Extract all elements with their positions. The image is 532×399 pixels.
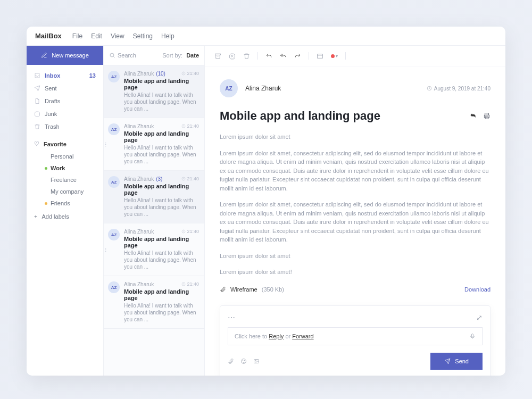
svg-rect-6 — [215, 54, 221, 55]
message-pane: ▾ AZ Alina Zharuk August 9, 2019 at 21:4… — [205, 46, 505, 376]
menubar: MailBox File Edit View Setting Help — [27, 27, 505, 46]
svg-point-14 — [243, 360, 243, 361]
favorite-heading[interactable]: ♡ Favorite — [27, 137, 103, 151]
move-icon[interactable] — [317, 53, 323, 60]
avatar: AZ — [108, 229, 120, 240]
reply-input[interactable]: Click here to Reply or Forward — [228, 327, 483, 345]
spam-icon[interactable] — [229, 53, 236, 60]
color-dot — [45, 202, 47, 205]
expand-icon[interactable]: ⤢ — [476, 313, 483, 322]
reply-all-icon[interactable] — [280, 53, 287, 60]
avatar: AZ — [108, 281, 120, 293]
app-window: MailBox File Edit View Setting Help New … — [27, 27, 505, 376]
avatar: AZ — [108, 123, 120, 135]
reply-icon[interactable] — [265, 53, 272, 60]
sender-name: Alina Zharuk — [245, 85, 281, 92]
reply-box: ⋯ ⤢ Click here to Reply or Forward — [220, 305, 491, 376]
delete-icon[interactable] — [243, 53, 250, 60]
send-icon — [444, 358, 451, 364]
clock-icon — [427, 86, 432, 91]
mail-item[interactable]: ···AZAlina Zharuk21:40Mobile app and lan… — [104, 223, 204, 276]
svg-rect-12 — [472, 334, 473, 337]
svg-rect-16 — [254, 359, 259, 363]
attachment-name: Wireframe — [230, 286, 257, 293]
search-icon — [109, 52, 115, 59]
favorite-my-company[interactable]: My company — [27, 186, 103, 197]
svg-rect-9 — [485, 113, 489, 115]
new-message-button[interactable]: New message — [27, 46, 103, 65]
paperclip-icon — [220, 286, 226, 293]
trash-icon — [34, 123, 40, 130]
svg-rect-7 — [318, 54, 323, 58]
menu-setting[interactable]: Setting — [133, 32, 153, 40]
more-icon[interactable]: ⋯ — [228, 313, 235, 322]
brand: MailBox — [35, 32, 62, 40]
drag-handle-icon[interactable]: ··· — [105, 142, 106, 147]
avatar: AZ — [108, 176, 120, 188]
folder-junk[interactable]: Junk — [27, 107, 103, 120]
folder-drafts[interactable]: Drafts — [27, 95, 103, 107]
menu-view[interactable]: View — [111, 32, 124, 40]
search-input[interactable]: Search — [109, 52, 136, 59]
mic-icon[interactable] — [469, 333, 476, 339]
menu-edit[interactable]: Edit — [91, 32, 102, 40]
inbox-icon — [34, 72, 40, 79]
favorite-freelance[interactable]: Freelance — [27, 174, 103, 186]
junk-icon — [34, 111, 40, 117]
favorite-work[interactable]: Work — [27, 162, 103, 174]
attachment-row: Wireframe (350 Kb) Download — [220, 286, 491, 293]
emoji-icon[interactable] — [240, 358, 247, 364]
tag-color-icon[interactable]: ▾ — [331, 54, 338, 59]
print-icon[interactable] — [483, 112, 491, 120]
sidebar: New message Inbox13SentDraftsJunkTrash ♡… — [27, 46, 104, 376]
svg-point-17 — [255, 360, 256, 361]
mail-item[interactable]: AZAlina Zharuk(3)21:40Mobile app and lan… — [104, 171, 204, 223]
attach-icon[interactable] — [228, 358, 234, 364]
message-title: Mobile app and landing page — [220, 109, 380, 123]
mail-item[interactable]: AZAlina Zharuk(10)21:40Mobile app and la… — [104, 65, 204, 118]
forward-icon[interactable] — [294, 53, 301, 60]
menu-help[interactable]: Help — [161, 32, 174, 40]
sort-control[interactable]: Sort by: Date — [162, 52, 199, 59]
folder-inbox[interactable]: Inbox13 — [27, 69, 103, 82]
mail-item[interactable]: ···AZAlina Zharuk21:40Mobile app and lan… — [104, 118, 204, 171]
color-dot — [45, 167, 47, 170]
send-icon — [34, 85, 40, 92]
mail-list-column: Search Sort by: Date AZAlina Zharuk(10)2… — [104, 46, 205, 376]
favorite-friends[interactable]: Friends — [27, 197, 103, 209]
svg-point-0 — [110, 53, 114, 57]
download-link[interactable]: Download — [464, 286, 491, 293]
folder-trash[interactable]: Trash — [27, 120, 103, 133]
reply-title-icon[interactable] — [469, 112, 477, 120]
file-icon — [34, 98, 40, 104]
drag-handle-icon[interactable]: ··· — [105, 247, 106, 252]
attachment-size: (350 Kb) — [262, 286, 284, 293]
svg-point-13 — [242, 359, 246, 363]
archive-icon[interactable] — [214, 53, 221, 60]
send-button[interactable]: Send — [430, 353, 483, 370]
message-body: Lorem ipsum dolor sit ametLorem ipsum do… — [220, 132, 491, 277]
message-toolbar: ▾ — [205, 46, 505, 66]
svg-point-15 — [244, 360, 245, 361]
new-message-label: New message — [52, 52, 89, 59]
avatar: AZ — [108, 71, 120, 82]
add-labels[interactable]: + Add labels — [27, 209, 103, 224]
folder-sent[interactable]: Sent — [27, 82, 103, 95]
sender-avatar: AZ — [220, 79, 238, 97]
mail-item[interactable]: AZAlina Zharuk21:40Mobile app and landin… — [104, 276, 204, 329]
plus-icon: + — [34, 213, 37, 220]
image-icon[interactable] — [253, 358, 260, 364]
menu-file[interactable]: File — [72, 32, 82, 40]
message-date: August 9, 2019 at 21:40 — [427, 86, 491, 92]
favorite-personal[interactable]: Personal — [27, 151, 103, 162]
compose-icon — [41, 52, 47, 59]
